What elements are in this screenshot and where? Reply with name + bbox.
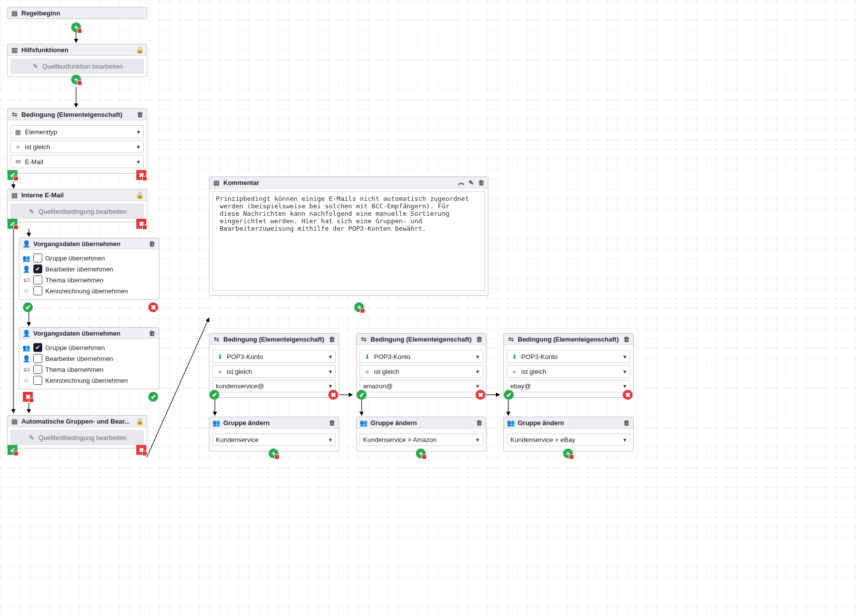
trash-icon[interactable]: 🗑 xyxy=(622,419,630,427)
trash-icon[interactable]: 🗑 xyxy=(148,329,156,337)
node-condition-pop3-a[interactable]: ⇆ Bedingung (Elementeigenschaft) 🗑 ⬇POP3… xyxy=(209,333,339,398)
field-value[interactable]: ebay@ xyxy=(507,380,630,392)
node-condition-elementtype[interactable]: ⇆ Bedingung (Elementeigenschaft) 🗑 ▦Elem… xyxy=(7,108,147,174)
checkbox[interactable] xyxy=(33,365,42,374)
group-icon: 👥 xyxy=(22,344,30,352)
checkbox-row[interactable]: 🏷Thema übernehmen xyxy=(22,274,156,285)
checkbox[interactable] xyxy=(33,275,42,284)
field-elementtype[interactable]: ▦Elementtyp xyxy=(10,125,144,138)
pencil-icon[interactable]: ✎ xyxy=(467,178,475,186)
true-branch-badge[interactable]: ✔ xyxy=(209,390,219,400)
comment-text[interactable] xyxy=(212,191,485,291)
node-comment[interactable]: ▤ Kommentar ︽ ✎ 🗑 xyxy=(209,176,488,296)
field-pop3[interactable]: ⬇POP3-Konto xyxy=(360,350,483,363)
trash-icon[interactable]: 🗑 xyxy=(477,178,485,186)
chevron-down-icon xyxy=(137,143,140,151)
checkbox[interactable] xyxy=(33,286,42,295)
false-branch-badge[interactable]: ✖ xyxy=(148,302,158,312)
false-branch-badge[interactable]: ✖ xyxy=(623,390,633,400)
node-change-group-b[interactable]: 👥 Gruppe ändern 🗑 Kundenservice > Amazon xyxy=(356,417,486,451)
field-value[interactable]: kundenservice@ xyxy=(212,380,336,392)
false-branch-badge[interactable]: ✖ xyxy=(136,170,146,180)
trash-icon[interactable]: 🗑 xyxy=(475,335,483,343)
collapse-icon[interactable]: ︽ xyxy=(457,178,465,186)
false-branch-badge[interactable]: ✖ xyxy=(23,392,33,402)
edit-source-condition-button[interactable]: ✎ Quelltextbedingung bearbeiten xyxy=(10,204,144,219)
field-pop3[interactable]: ⬇POP3-Konto xyxy=(212,350,336,363)
true-branch-badge[interactable]: ✔ xyxy=(23,302,33,312)
checkbox-row[interactable]: 👥✔Gruppe übernehmen xyxy=(22,342,156,353)
page-icon: ▤ xyxy=(212,178,220,186)
node-process-data-1[interactable]: 👤 Vorgangsdaten übernehmen 🗑 👥Gruppe übe… xyxy=(19,238,159,300)
pencil-icon: ✎ xyxy=(27,434,35,441)
add-button[interactable]: + xyxy=(269,448,279,458)
chevron-down-icon xyxy=(329,368,332,375)
trash-icon[interactable]: 🗑 xyxy=(328,335,336,343)
add-button[interactable]: + xyxy=(71,22,81,32)
trash-icon[interactable]: 🗑 xyxy=(622,335,630,343)
title: Hilfsfunktionen xyxy=(21,46,133,54)
element-icon: ▦ xyxy=(14,128,22,136)
checkbox[interactable]: ✔ xyxy=(33,264,42,273)
checkbox-row[interactable]: 👤Bearbeiter übernehmen xyxy=(22,353,156,364)
node-internal-email[interactable]: ▤ Interne E-Mail 🔒 ✎ Quelltextbedingung … xyxy=(7,189,147,222)
checkbox[interactable] xyxy=(33,354,42,363)
node-auto-group[interactable]: ▤ Automatische Gruppen- und Bear... 🔒 ✎ … xyxy=(7,415,147,448)
node-condition-pop3-b[interactable]: ⇆ Bedingung (Elementeigenschaft) 🗑 ⬇POP3… xyxy=(356,333,486,398)
download-icon: ⬇ xyxy=(216,352,224,360)
field-group[interactable]: Kundenservice > Amazon xyxy=(360,434,483,446)
condition-icon: ⇆ xyxy=(10,110,18,118)
checkbox-row[interactable]: 👤✔Bearbeiter übernehmen xyxy=(22,264,156,274)
add-button[interactable]: + xyxy=(71,75,81,85)
field-group[interactable]: Kundenservice > eBay xyxy=(507,434,630,446)
trash-icon[interactable]: 🗑 xyxy=(328,419,336,427)
false-branch-badge[interactable]: ✖ xyxy=(476,390,485,400)
node-process-data-2[interactable]: 👤 Vorgangsdaten übernehmen 🗑 👥✔Gruppe üb… xyxy=(19,327,159,389)
true-branch-badge[interactable]: ✔ xyxy=(7,445,17,455)
title: Bedingung (Elementeigenschaft) xyxy=(21,111,133,118)
node-change-group-a[interactable]: 👥 Gruppe ändern 🗑 Kundenservice xyxy=(209,417,339,451)
checkbox-row[interactable]: 🏷Thema übernehmen xyxy=(22,364,156,375)
field-value[interactable]: ✉E-Mail xyxy=(10,155,144,168)
checkbox-row[interactable]: 👥Gruppe übernehmen xyxy=(22,253,156,264)
chevron-down-icon xyxy=(329,353,332,360)
node-helper-functions[interactable]: ▤ Hilfsfunktionen 🔒 ✎ Quelltextfunktion … xyxy=(7,44,147,77)
false-branch-badge[interactable]: ✖ xyxy=(136,219,146,229)
node-rule-start[interactable]: ▤ Regelbeginn xyxy=(7,7,147,19)
title: Bedingung (Elementeigenschaft) xyxy=(223,336,325,343)
title: Kommentar xyxy=(223,179,454,186)
star-icon: ☆ xyxy=(22,287,30,295)
chevron-down-icon xyxy=(329,382,332,390)
true-branch-badge[interactable]: ✔ xyxy=(148,392,158,402)
true-branch-badge[interactable]: ✔ xyxy=(504,390,514,400)
false-branch-badge[interactable]: ✖ xyxy=(136,445,146,455)
checkbox[interactable] xyxy=(33,376,42,385)
field-operator[interactable]: =ist gleich xyxy=(360,365,483,378)
field-operator[interactable]: =ist gleich xyxy=(10,140,144,153)
node-change-group-c[interactable]: 👥 Gruppe ändern 🗑 Kundenservice > eBay xyxy=(503,417,634,451)
checkbox-row[interactable]: ☆Kennzeichnung übernehmen xyxy=(22,285,156,296)
true-branch-badge[interactable]: ✔ xyxy=(7,170,17,180)
checkbox[interactable] xyxy=(33,254,42,263)
true-branch-badge[interactable]: ✔ xyxy=(7,219,17,229)
false-branch-badge[interactable]: ✖ xyxy=(328,390,338,400)
trash-icon[interactable]: 🗑 xyxy=(148,240,156,248)
trash-icon[interactable]: 🗑 xyxy=(475,419,483,427)
person-icon: 👤 xyxy=(22,265,30,273)
field-group[interactable]: Kundenservice xyxy=(212,434,336,446)
checkbox[interactable]: ✔ xyxy=(33,343,42,352)
node-condition-pop3-c[interactable]: ⇆ Bedingung (Elementeigenschaft) 🗑 ⬇POP3… xyxy=(503,333,634,398)
add-button[interactable]: + xyxy=(563,448,573,458)
true-branch-badge[interactable]: ✔ xyxy=(357,390,367,400)
edit-source-function-button[interactable]: ✎ Quelltextfunktion bearbeiten xyxy=(10,59,144,74)
field-operator[interactable]: =ist gleich xyxy=(212,365,336,378)
add-button[interactable]: + xyxy=(354,302,364,312)
field-pop3[interactable]: ⬇POP3-Konto xyxy=(507,350,630,363)
add-button[interactable]: + xyxy=(416,448,426,458)
trash-icon[interactable]: 🗑 xyxy=(136,110,144,118)
edit-source-condition-button[interactable]: ✎ Quelltextbedingung bearbeiten xyxy=(10,430,144,445)
rule-canvas[interactable]: ▤ Regelbeginn + ▤ Hilfsfunktionen 🔒 ✎ Qu… xyxy=(0,0,856,616)
checkbox-row[interactable]: ☆Kennzeichnung übernehmen xyxy=(22,375,156,386)
field-value[interactable]: amazon@ xyxy=(360,380,483,392)
field-operator[interactable]: =ist gleich xyxy=(507,365,630,378)
